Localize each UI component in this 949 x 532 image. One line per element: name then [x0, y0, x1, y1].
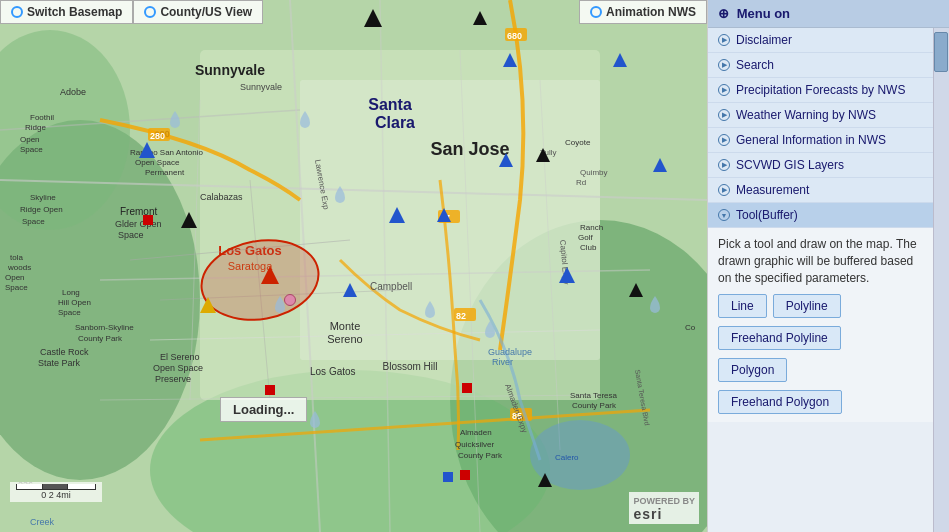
map-toolbar: Switch Basemap County/US View Animation …	[0, 0, 707, 24]
water-drop-7	[483, 321, 497, 339]
marker-red-square-2	[265, 385, 275, 395]
marker-blue-triangle-9	[613, 53, 627, 67]
marker-blue-triangle-4	[559, 267, 575, 283]
svg-text:Foothil: Foothil	[30, 113, 54, 122]
menu-item-disclaimer[interactable]: Disclaimer	[708, 28, 933, 53]
menu-arrow-disclaimer	[718, 34, 730, 46]
marker-black-triangle-4	[536, 148, 550, 162]
marker-black-triangle-5	[629, 283, 643, 297]
svg-text:Santa Teresa: Santa Teresa	[570, 391, 618, 400]
svg-text:County Park: County Park	[458, 451, 503, 460]
svg-text:Adobe: Adobe	[60, 87, 86, 97]
water-drop-2	[298, 111, 312, 129]
svg-text:280: 280	[150, 131, 165, 141]
svg-text:Santa: Santa	[368, 96, 412, 113]
freehand-polyline-button[interactable]: Freehand Polyline	[718, 326, 841, 350]
tool-buttons-row-2: Freehand Polyline	[718, 326, 923, 350]
menu-arrow-precipitation	[718, 84, 730, 96]
svg-text:County Park: County Park	[78, 334, 123, 343]
svg-text:Los Gatos: Los Gatos	[310, 366, 356, 377]
tool-buttons-row-3: Polygon	[718, 358, 923, 382]
svg-text:Ridge: Ridge	[25, 123, 46, 132]
svg-text:Space: Space	[118, 230, 144, 240]
marker-red-square-4	[460, 470, 470, 480]
svg-text:Open Space: Open Space	[135, 158, 180, 167]
svg-text:Castle Rock: Castle Rock	[40, 347, 89, 357]
county-us-view-button[interactable]: County/US View	[133, 0, 263, 24]
svg-text:Club: Club	[580, 243, 597, 252]
scrollbar[interactable]	[933, 28, 949, 532]
svg-text:82: 82	[456, 311, 466, 321]
water-drop-6	[423, 301, 437, 319]
svg-text:Preserve: Preserve	[155, 374, 191, 384]
right-panel: ⊕ Menu on Disclaimer Search Precipitatio…	[707, 0, 949, 532]
svg-text:Coyote: Coyote	[565, 138, 591, 147]
svg-text:tola: tola	[10, 253, 23, 262]
map-area[interactable]: 280 280 680 85 87 82 Calero Sunnyvale Su…	[0, 0, 707, 532]
marker-yellow-triangle	[200, 297, 216, 313]
menu-arrow-scvwd-gis	[718, 159, 730, 171]
polygon-button[interactable]: Polygon	[718, 358, 787, 382]
marker-red-square-1	[143, 215, 153, 225]
menu-arrow-measurement	[718, 184, 730, 196]
svg-text:Clara: Clara	[375, 114, 415, 131]
svg-text:Golf: Golf	[578, 233, 593, 242]
switch-basemap-button[interactable]: Switch Basemap	[0, 0, 133, 24]
menu-item-tool-buffer[interactable]: Tool(Buffer)	[708, 203, 933, 228]
svg-text:San Jose: San Jose	[430, 139, 509, 159]
svg-text:Space: Space	[20, 145, 43, 154]
marker-blue-triangle-8	[503, 53, 517, 67]
svg-text:Almaden: Almaden	[460, 428, 492, 437]
marker-blue-triangle-2	[389, 207, 405, 223]
polyline-button[interactable]: Polyline	[773, 294, 841, 318]
svg-text:Sereno: Sereno	[327, 333, 362, 345]
menu-arrow-general-info	[718, 134, 730, 146]
svg-text:Guadalupe: Guadalupe	[488, 347, 532, 357]
panel-with-scroll: Disclaimer Search Precipitation Forecast…	[708, 28, 949, 532]
svg-text:County Park: County Park	[572, 401, 617, 410]
svg-text:woods: woods	[7, 263, 31, 272]
freehand-polygon-button[interactable]: Freehand Polygon	[718, 390, 842, 414]
esri-logo: POWERED BY esri	[629, 492, 699, 524]
line-button[interactable]: Line	[718, 294, 767, 318]
county-us-view-icon	[144, 6, 156, 18]
svg-text:Rd: Rd	[576, 178, 586, 187]
svg-text:El Sereno: El Sereno	[160, 352, 200, 362]
svg-text:Skyline: Skyline	[30, 193, 56, 202]
menu-item-scvwd-gis[interactable]: SCVWD GIS Layers	[708, 153, 933, 178]
animation-nws-button[interactable]: Animation NWS	[579, 0, 707, 24]
svg-text:Hill Open: Hill Open	[58, 298, 91, 307]
switch-basemap-icon	[11, 6, 23, 18]
menu-item-measurement[interactable]: Measurement	[708, 178, 933, 203]
svg-text:Blossom Hill: Blossom Hill	[382, 361, 437, 372]
svg-text:Calero: Calero	[555, 453, 579, 462]
water-drop-3	[333, 186, 347, 204]
menu-label-disclaimer: Disclaimer	[736, 33, 792, 47]
marker-blue-triangle-5	[653, 158, 667, 172]
svg-text:680: 680	[507, 31, 522, 41]
menu-item-weather-warning[interactable]: Weather Warning by NWS	[708, 103, 933, 128]
svg-text:Sanborn-Skyline: Sanborn-Skyline	[75, 323, 134, 332]
svg-text:Long: Long	[62, 288, 80, 297]
marker-red-triangle	[261, 266, 279, 284]
svg-text:Open: Open	[5, 273, 25, 282]
menu-item-search[interactable]: Search	[708, 53, 933, 78]
tool-buffer-content: Pick a tool and draw on the map. The dra…	[708, 228, 933, 422]
menu-label-tool-buffer: Tool(Buffer)	[736, 208, 798, 222]
svg-text:Calabazas: Calabazas	[200, 192, 243, 202]
menu-item-precipitation[interactable]: Precipitation Forecasts by NWS	[708, 78, 933, 103]
svg-text:Open Space: Open Space	[153, 363, 203, 373]
marker-blue-triangle-6	[499, 153, 513, 167]
svg-text:Open: Open	[20, 135, 40, 144]
svg-text:Monte: Monte	[330, 320, 361, 332]
svg-text:Glder Open: Glder Open	[115, 219, 162, 229]
tool-buffer-description: Pick a tool and draw on the map. The dra…	[718, 236, 923, 286]
water-drop-1	[168, 111, 182, 129]
marker-red-square-3	[462, 383, 472, 393]
menu-item-general-info[interactable]: General Information in NWS	[708, 128, 933, 153]
menu-arrow-search	[718, 59, 730, 71]
tool-buttons-row-4: Freehand Polygon	[718, 390, 923, 414]
marker-black-triangle-6	[538, 473, 552, 487]
scale-bar: 0 2 4mi	[10, 482, 102, 502]
tool-buttons-row: Line Polyline	[718, 294, 923, 318]
